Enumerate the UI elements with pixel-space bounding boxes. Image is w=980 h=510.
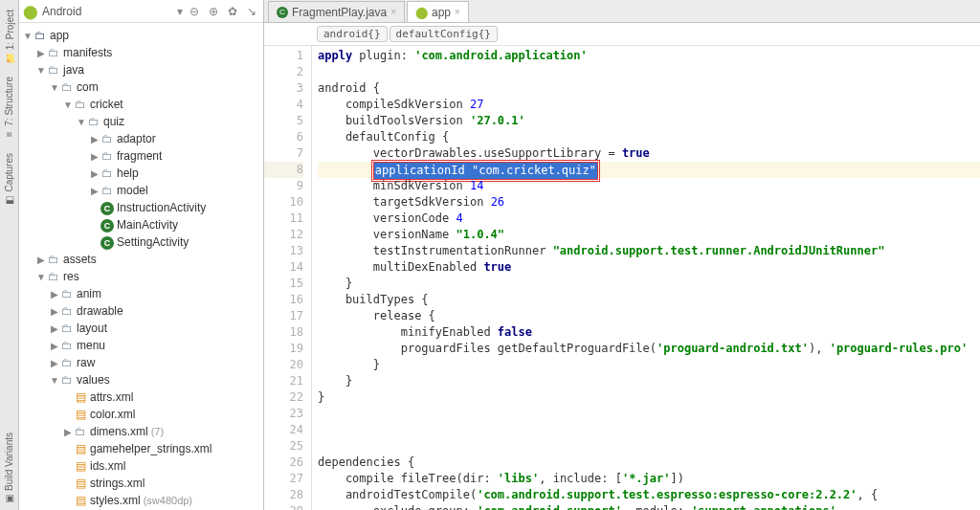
tree-item-app[interactable]: ▼🗀app bbox=[19, 27, 263, 44]
sidebar-header: ⬤ Android ▾ ⊖ ⊕ ✿ ↘ bbox=[19, 0, 263, 23]
tab-label: app bbox=[432, 6, 451, 19]
disclosure-triangle-icon[interactable]: ▼ bbox=[50, 82, 59, 93]
tree-item-assets[interactable]: ▶🗀assets bbox=[19, 251, 263, 268]
tree-label: menu bbox=[77, 339, 105, 352]
disclosure-triangle-icon[interactable]: ▼ bbox=[63, 100, 73, 110]
tree-item-color-xml[interactable]: ▤color.xml bbox=[19, 406, 263, 423]
disclosure-triangle-icon[interactable]: ▼ bbox=[50, 375, 59, 386]
disclosure-triangle-icon[interactable]: ▶ bbox=[36, 48, 46, 58]
tree-label: attrs.xml bbox=[90, 390, 133, 404]
chevron-down-icon[interactable]: ▾ bbox=[177, 5, 183, 18]
tree-item-ids-xml[interactable]: ▤ids.xml bbox=[19, 457, 263, 475]
rail-structure[interactable]: ≡7: Structure bbox=[2, 71, 16, 145]
tree-label: MainActivity bbox=[117, 218, 178, 232]
disclosure-triangle-icon[interactable]: ▶ bbox=[50, 323, 59, 334]
tab-fragmentplay-java[interactable]: CFragmentPlay.java× bbox=[268, 1, 405, 22]
tree-label: res bbox=[63, 270, 79, 283]
close-icon[interactable]: × bbox=[390, 7, 396, 17]
tree-label: java bbox=[63, 63, 84, 77]
gradle-icon: ⬤ bbox=[415, 6, 428, 19]
disclosure-triangle-icon[interactable]: ▶ bbox=[50, 358, 59, 368]
code-content[interactable]: apply plugin: 'com.android.application' … bbox=[312, 46, 980, 510]
tree-label: adaptor bbox=[117, 132, 156, 145]
tree-label: fragment bbox=[117, 149, 162, 163]
disclosure-triangle-icon[interactable]: ▶ bbox=[90, 186, 100, 196]
disclosure-triangle-icon[interactable]: ▼ bbox=[77, 117, 86, 127]
close-icon[interactable]: × bbox=[455, 7, 460, 17]
tree-item-drawable[interactable]: ▶🗀drawable bbox=[19, 302, 263, 320]
tree-item-anim[interactable]: ▶🗀anim bbox=[19, 285, 263, 302]
tree-item-raw[interactable]: ▶🗀raw bbox=[19, 354, 263, 371]
tree-item-quiz[interactable]: ▼🗀quiz bbox=[19, 113, 263, 130]
hide-icon[interactable]: ↘ bbox=[244, 5, 259, 18]
editor-area: CFragmentPlay.java×⬤app× android{}defaul… bbox=[264, 0, 980, 510]
tree-item-menu[interactable]: ▶🗀menu bbox=[19, 337, 263, 354]
disclosure-triangle-icon[interactable]: ▶ bbox=[50, 306, 59, 317]
disclosure-triangle-icon[interactable]: ▶ bbox=[36, 255, 46, 265]
rail-build-variants[interactable]: ▣Build Variants bbox=[2, 427, 16, 510]
tree-item-styles-xml[interactable]: ▤styles.xml(sw480dp) bbox=[19, 492, 263, 509]
tree-label: manifests bbox=[63, 46, 112, 59]
tree-label: values bbox=[77, 373, 110, 387]
rail-captures[interactable]: ◧Captures bbox=[2, 147, 16, 211]
tree-item-mainactivity[interactable]: CMainActivity bbox=[19, 216, 263, 233]
tree-label: assets bbox=[63, 253, 97, 266]
tree-item-instructionactivity[interactable]: CInstructionActivity bbox=[19, 199, 263, 216]
sidebar-title[interactable]: Android bbox=[42, 5, 177, 18]
tree-item-settingactivity[interactable]: CSettingActivity bbox=[19, 233, 263, 251]
tree-hint: (sw480dp) bbox=[144, 495, 192, 506]
tree-item-java[interactable]: ▼🗀java bbox=[19, 61, 263, 78]
tree-label: styles.xml bbox=[90, 494, 141, 507]
disclosure-triangle-icon[interactable]: ▶ bbox=[63, 427, 73, 437]
tree-label: layout bbox=[77, 322, 107, 335]
tree-label: strings.xml bbox=[90, 477, 145, 490]
tree-label: dimens.xml bbox=[90, 425, 148, 438]
tree-item-values[interactable]: ▼🗀values bbox=[19, 371, 263, 388]
tab-app[interactable]: ⬤app× bbox=[407, 1, 469, 22]
android-icon: ⬤ bbox=[23, 4, 38, 19]
tree-item-fragment[interactable]: ▶🗀fragment bbox=[19, 147, 263, 165]
project-tree[interactable]: ▼🗀app▶🗀manifests▼🗀java▼🗀com▼🗀cricket▼🗀qu… bbox=[19, 23, 263, 510]
tree-item-gamehelper_strings-xml[interactable]: ▤gamehelper_strings.xml bbox=[19, 440, 263, 457]
tree-item-strings-xml[interactable]: ▤strings.xml bbox=[19, 475, 263, 492]
breadcrumb-item[interactable]: android{} bbox=[317, 26, 388, 42]
disclosure-triangle-icon[interactable]: ▶ bbox=[90, 168, 100, 179]
left-tool-rail: 📁1: Project ≡7: Structure ◧Captures ▣Bui… bbox=[0, 0, 19, 510]
disclosure-triangle-icon[interactable]: ▼ bbox=[36, 65, 46, 76]
tree-hint: (7) bbox=[151, 426, 164, 437]
editor-tabs: CFragmentPlay.java×⬤app× bbox=[264, 0, 980, 23]
line-gutter: 1234567891011121314151617181920212223242… bbox=[264, 46, 312, 510]
tree-label: ids.xml bbox=[90, 459, 125, 473]
expand-icon[interactable]: ⊕ bbox=[206, 5, 221, 18]
disclosure-triangle-icon[interactable]: ▼ bbox=[23, 31, 33, 41]
gear-icon[interactable]: ✿ bbox=[225, 5, 240, 18]
tree-label: InstructionActivity bbox=[117, 201, 206, 214]
tree-item-adaptor[interactable]: ▶🗀adaptor bbox=[19, 130, 263, 147]
tree-item-help[interactable]: ▶🗀help bbox=[19, 165, 263, 182]
rail-project[interactable]: 📁1: Project bbox=[2, 4, 17, 69]
tree-item-layout[interactable]: ▶🗀layout bbox=[19, 320, 263, 337]
tree-item-attrs-xml[interactable]: ▤attrs.xml bbox=[19, 388, 263, 406]
project-sidebar: ⬤ Android ▾ ⊖ ⊕ ✿ ↘ ▼🗀app▶🗀manifests▼🗀ja… bbox=[19, 0, 264, 510]
tab-label: FragmentPlay.java bbox=[292, 6, 387, 19]
tree-label: drawable bbox=[77, 304, 123, 318]
disclosure-triangle-icon[interactable]: ▼ bbox=[36, 272, 46, 282]
disclosure-triangle-icon[interactable]: ▶ bbox=[90, 134, 100, 144]
tree-label: model bbox=[117, 184, 148, 197]
tree-item-manifests[interactable]: ▶🗀manifests bbox=[19, 44, 263, 61]
collapse-icon[interactable]: ⊖ bbox=[187, 5, 202, 18]
breadcrumb-item[interactable]: defaultConfig{} bbox=[390, 26, 498, 42]
tree-item-com[interactable]: ▼🗀com bbox=[19, 78, 263, 96]
disclosure-triangle-icon[interactable]: ▶ bbox=[50, 289, 59, 299]
tree-item-cricket[interactable]: ▼🗀cricket bbox=[19, 96, 263, 113]
tree-label: color.xml bbox=[90, 408, 135, 421]
tree-label: cricket bbox=[90, 98, 123, 111]
tree-item-dimens-xml[interactable]: ▶🗀dimens.xml(7) bbox=[19, 423, 263, 440]
tree-item-model[interactable]: ▶🗀model bbox=[19, 182, 263, 199]
tree-label: SettingActivity bbox=[117, 235, 189, 249]
disclosure-triangle-icon[interactable]: ▶ bbox=[50, 341, 59, 351]
code-editor[interactable]: 1234567891011121314151617181920212223242… bbox=[264, 46, 980, 510]
tree-item-res[interactable]: ▼🗀res bbox=[19, 268, 263, 285]
tree-label: anim bbox=[77, 287, 101, 300]
disclosure-triangle-icon[interactable]: ▶ bbox=[90, 151, 100, 162]
